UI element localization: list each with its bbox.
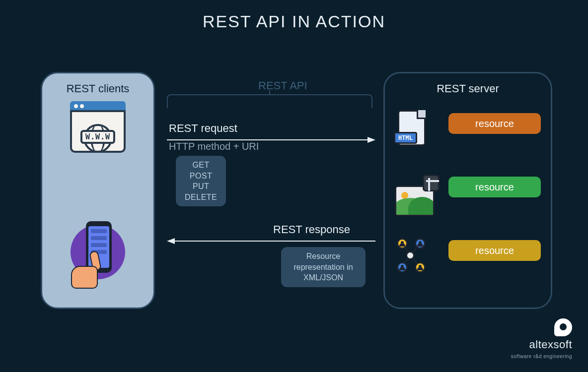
svg-marker-3 — [167, 238, 175, 244]
api-bracket — [167, 94, 372, 108]
http-method: PUT — [185, 181, 217, 192]
resource-row: HTML resource — [395, 110, 541, 152]
client-panel-title: REST clients — [42, 82, 153, 95]
resource-chip: resource — [448, 177, 541, 197]
request-label: REST request — [169, 122, 237, 135]
user-network-icon — [395, 237, 442, 283]
html-badge: HTML — [394, 132, 417, 144]
response-format-box: Resource representation in XML/JSON — [281, 247, 366, 287]
http-method: POST — [185, 171, 217, 182]
request-sublabel: HTTP method + URI — [169, 141, 259, 152]
svg-marker-1 — [368, 137, 375, 143]
brand-mark-icon — [554, 318, 572, 336]
mobile-client-icon — [68, 217, 128, 287]
resource-chip: resource — [448, 113, 541, 134]
response-arrow-icon — [167, 238, 375, 244]
resource-row: resource — [395, 237, 541, 279]
page-title: REST API IN ACTION — [0, 0, 588, 31]
resource-chip: resource — [448, 240, 541, 261]
rest-api-label: REST API — [258, 79, 307, 92]
www-browser-icon: W.W.W — [70, 101, 126, 153]
http-methods-box: GET POST PUT DELETE — [176, 156, 226, 206]
http-method: DELETE — [185, 192, 217, 203]
brand-tagline: software r&d engineering — [511, 354, 572, 359]
brand-logo: altexsoft software r&d engineering — [511, 318, 572, 360]
http-method: GET — [185, 160, 217, 171]
diagram-stage: REST API IN ACTION REST clients W.W.W RE… — [0, 0, 588, 372]
brand-name: altexsoft — [529, 338, 572, 351]
html-file-icon: HTML — [395, 110, 442, 156]
www-label: W.W.W — [80, 130, 115, 144]
server-panel-title: REST server — [385, 82, 551, 95]
server-panel: REST server HTML resource resource — [383, 72, 552, 309]
client-panel: REST clients W.W.W — [41, 72, 155, 309]
resource-row: resource — [395, 174, 541, 215]
image-file-icon — [395, 174, 442, 219]
response-label: REST response — [273, 223, 350, 236]
